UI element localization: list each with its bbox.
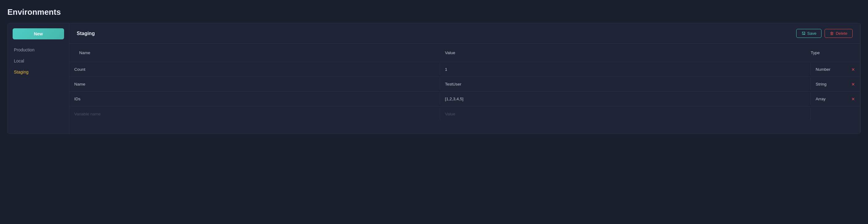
row-3-delete-icon[interactable]: ✕ — [850, 96, 856, 102]
sidebar-item-staging[interactable]: Staging — [8, 66, 69, 77]
row-1-type: Number ✕ — [811, 63, 860, 76]
table-header-row: Name Value Type — [69, 44, 860, 62]
row-new-type — [811, 110, 860, 118]
save-icon: 🖫 — [802, 31, 805, 36]
sidebar-item-production[interactable]: Production — [8, 44, 69, 55]
row-3-name: IDs — [69, 93, 440, 105]
row-new-value-placeholder[interactable]: Value — [440, 108, 811, 120]
variables-table: Name Value Type Count 1 Number ✕ — [69, 44, 860, 133]
row-3-type: Array ✕ — [811, 93, 860, 105]
new-button[interactable]: New — [12, 28, 64, 39]
col-header-value: Value — [440, 47, 806, 59]
col-header-name: Name — [74, 47, 440, 59]
page-title: Environments — [7, 7, 861, 17]
row-2-type: String ✕ — [811, 78, 860, 91]
row-2-delete-icon[interactable]: ✕ — [850, 82, 856, 87]
right-border — [860, 23, 860, 133]
row-1-name: Count — [69, 63, 440, 75]
col-header-type: Type — [806, 47, 855, 59]
sidebar-item-local[interactable]: Local — [8, 55, 69, 66]
delete-button[interactable]: 🗑 Delete — [825, 29, 852, 38]
page-container: Environments New Production Local Stagin… — [0, 0, 868, 141]
save-button[interactable]: 🖫 Save — [796, 29, 822, 38]
delete-icon: 🗑 — [830, 31, 834, 36]
header-actions: 🖫 Save 🗑 Delete — [796, 29, 852, 38]
row-1-value: 1 — [440, 63, 811, 75]
table-row: Count 1 Number ✕ — [69, 62, 860, 77]
main-layout: New Production Local Staging Staging 🖫 S… — [7, 23, 861, 134]
row-2-value: TestUser — [440, 78, 811, 90]
content-area: Staging 🖫 Save 🗑 Delete Name — [69, 23, 860, 133]
table-row: IDs [1,2,3,4,5] Array ✕ — [69, 92, 860, 106]
sidebar: New Production Local Staging — [8, 23, 69, 133]
row-2-name: Name — [69, 78, 440, 90]
row-3-value: [1,2,3,4,5] — [440, 93, 811, 105]
table-row: Name TestUser String ✕ — [69, 77, 860, 92]
row-new-name-placeholder[interactable]: Variable name — [69, 108, 440, 120]
content-header: Staging 🖫 Save 🗑 Delete — [69, 23, 860, 44]
table-row-new: Variable name Value — [69, 106, 860, 121]
row-1-delete-icon[interactable]: ✕ — [850, 67, 856, 72]
env-title: Staging — [77, 31, 95, 36]
